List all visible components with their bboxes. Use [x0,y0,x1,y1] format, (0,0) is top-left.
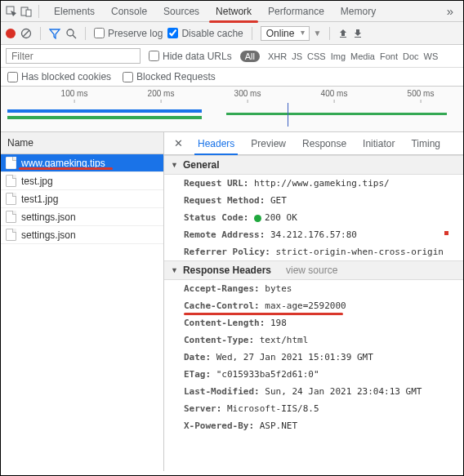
main-tab-bar: ElementsConsoleSourcesNetworkPerformance… [1,1,463,22]
header-row: Content-Length: 198 [164,314,463,331]
request-name: settings.json [21,229,76,241]
record-button[interactable] [6,29,16,38]
throttling-select[interactable]: Online [261,26,310,41]
filter-type-all[interactable]: All [240,51,260,62]
header-row: Accept-Ranges: bytes [164,280,463,297]
main-tab-elements[interactable]: Elements [46,2,103,21]
filter-bar-2: Has blocked cookies Blocked Requests [1,68,463,87]
timeline-tick: 100 ms [61,89,88,98]
search-icon[interactable] [65,28,77,39]
section-general[interactable]: ▼General [164,155,463,175]
detail-tab-preview[interactable]: Preview [243,133,294,154]
header-row: ETag: "c015933ba5f2d61:0" [164,366,463,383]
main-tab-performance[interactable]: Performance [260,2,332,21]
file-icon [6,211,16,223]
section-response-headers[interactable]: ▼Response Headersview source [164,260,463,280]
row-referrer-policy: Referrer Policy: strict-origin-when-cros… [164,243,463,260]
header-row: Server: Microsoft-IIS/8.5 [164,400,463,417]
request-row[interactable]: settings.json [1,226,163,244]
timeline-tick: 200 ms [148,89,175,98]
network-toolbar: Preserve log Disable cache Online ▼ [1,22,463,45]
main-tab-network[interactable]: Network [207,2,260,21]
svg-line-6 [73,35,76,38]
filter-type-xhr[interactable]: XHR [268,51,287,61]
throttle-caret-icon[interactable]: ▼ [313,29,321,38]
preserve-log-checkbox[interactable]: Preserve log [94,28,163,39]
timeline[interactable]: 100 ms200 ms300 ms400 ms500 ms [1,87,463,132]
filter-type-doc[interactable]: Doc [403,51,419,61]
row-request-method: Request Method: GET [164,192,463,209]
file-icon [6,193,16,205]
split-panes: Name www.gameking.tipstest.jpgtest1.jpgs… [1,132,463,471]
request-row[interactable]: test1.jpg [1,190,163,208]
close-icon[interactable]: ✕ [167,137,190,149]
more-tabs-icon[interactable]: » [442,4,458,18]
detail-tab-timing[interactable]: Timing [403,133,448,154]
disable-cache-checkbox[interactable]: Disable cache [167,28,243,39]
header-row: Cache-Control: max-age=2592000 [164,297,463,314]
file-icon [6,175,16,187]
detail-tab-bar: ✕ HeadersPreviewResponseInitiatorTiming [164,132,463,155]
file-icon [6,229,16,241]
request-row[interactable]: settings.json [1,208,163,226]
request-name: settings.json [21,211,76,223]
filter-type-ws[interactable]: WS [424,51,439,61]
annotation-dot [444,231,448,235]
row-status-code: Status Code: 200 OK [164,209,463,226]
filter-icon[interactable] [49,28,60,39]
header-row: Date: Wed, 27 Jan 2021 15:01:39 GMT [164,349,463,366]
timeline-tick: 500 ms [408,89,435,98]
row-remote-address: Remote Address: 34.212.176.57:80 [164,226,463,243]
timeline-tick: 300 ms [234,89,261,98]
svg-line-4 [23,30,29,37]
inspect-icon[interactable] [6,6,17,17]
upload-icon[interactable] [338,29,348,38]
svg-rect-2 [26,10,31,16]
filter-input[interactable] [6,48,141,64]
detail-tab-initiator[interactable]: Initiator [355,133,403,154]
blocked-cookies-checkbox[interactable]: Has blocked cookies [7,71,111,82]
download-icon[interactable] [353,29,363,38]
request-row[interactable]: www.gameking.tips [1,154,163,172]
header-row: X-Powered-By: ASP.NET [164,417,463,434]
device-icon[interactable] [20,6,32,17]
main-tab-console[interactable]: Console [103,2,155,21]
row-request-url: Request URL: http://www.gameking.tips/ [164,175,463,192]
blocked-requests-checkbox[interactable]: Blocked Requests [123,71,216,82]
timeline-tick: 400 ms [321,89,348,98]
detail-pane: ✕ HeadersPreviewResponseInitiatorTiming … [164,132,463,471]
svg-point-5 [67,29,74,36]
filter-bar: Hide data URLs All XHRJSCSSImgMediaFontD… [1,45,463,68]
request-name: test1.jpg [21,194,58,205]
filter-type-css[interactable]: CSS [307,51,326,61]
filter-type-img[interactable]: Img [331,51,346,61]
request-row[interactable]: test.jpg [1,172,163,190]
hide-data-urls-checkbox[interactable]: Hide data URLs [149,51,232,62]
file-icon [6,157,16,169]
requests-pane: Name www.gameking.tipstest.jpgtest1.jpgs… [1,132,164,471]
view-source-link[interactable]: view source [286,265,337,276]
detail-tab-response[interactable]: Response [294,133,355,154]
header-row: Content-Type: text/html [164,331,463,349]
main-tab-sources[interactable]: Sources [155,2,207,21]
clear-icon[interactable] [20,28,32,39]
detail-tab-headers[interactable]: Headers [190,133,243,154]
main-tab-memory[interactable]: Memory [332,2,384,21]
filter-type-font[interactable]: Font [380,51,398,61]
filter-types: XHRJSCSSImgMediaFontDocWS [268,51,438,61]
status-dot-icon [254,215,261,222]
filter-type-media[interactable]: Media [350,51,375,61]
detail-body: ▼General Request URL: http://www.gamekin… [164,155,463,471]
header-row: Last-Modified: Sun, 24 Jan 2021 23:04:13… [164,383,463,400]
name-column-header[interactable]: Name [1,132,163,154]
filter-type-js[interactable]: JS [292,51,302,61]
request-name: test.jpg [21,176,53,187]
main-tabs: ElementsConsoleSourcesNetworkPerformance… [46,2,439,21]
